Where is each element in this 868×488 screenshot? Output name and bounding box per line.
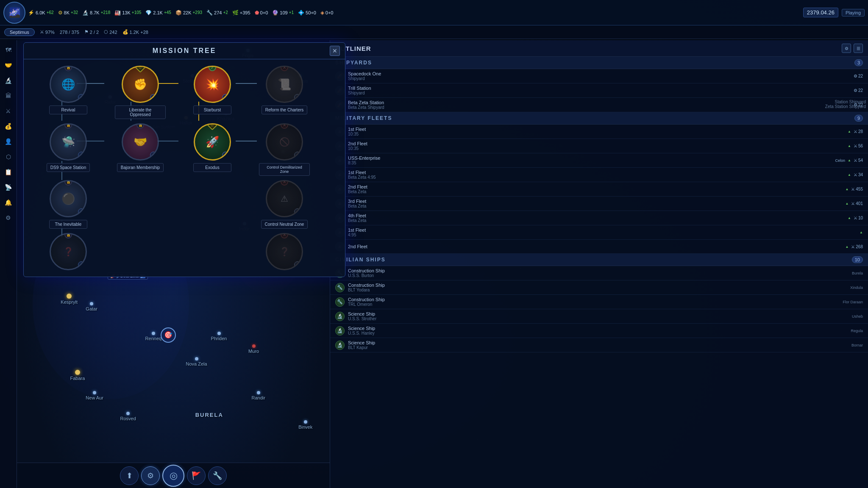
mission-revival[interactable]: 🔒 🌐 i Revival <box>32 66 104 119</box>
map-node-gatar[interactable]: Gatar <box>86 302 97 311</box>
fleet-sub-3rd-beta: Beta Zeta <box>348 204 842 208</box>
fleet-stat1-1st: ⚔28 <box>854 129 863 134</box>
civilian-sub-omeron: TRL Omeron <box>348 302 839 307</box>
civilian-item-construction-omeron[interactable]: 🔧 Construction Ship TRL Omeron Flor Dara… <box>330 295 868 309</box>
mission-exodus[interactable]: ◇ 🚀 i Exodus <box>176 123 248 176</box>
neutral-info-btn[interactable]: i <box>294 208 301 215</box>
modal-close-button[interactable]: ✕ <box>330 46 340 56</box>
outliner-panel: OUTLINER ⚙ ☰ SHIPYARDS 3 🚀 Spacedock One… <box>330 40 868 488</box>
resource-energy: ⚡ 6.0K +62 <box>28 10 54 16</box>
reform-x-badge: ✕ <box>281 66 288 71</box>
empire-logo[interactable]: 🌌 <box>3 2 25 24</box>
map-node-nova-zela[interactable]: Nova Zela <box>186 357 207 366</box>
revival-label: Revival <box>49 105 87 114</box>
inevitable-icon: ⚫ <box>61 192 75 205</box>
map-node-randir[interactable]: Randir <box>252 391 265 400</box>
civilian-item-construction-burton[interactable]: 🔧 Construction Ship U.S.S. Burton Burela <box>330 266 868 280</box>
bottom-btn-4[interactable]: 🔧 <box>208 466 227 485</box>
fleet-item-4th-beta[interactable]: ⚔ 4th Fleet Beta Zeta ▲ ⚔10 <box>330 211 868 225</box>
toolbar-economics-btn[interactable]: 💰 <box>2 120 15 133</box>
toolbar-notifications-btn[interactable]: 🔔 <box>2 196 15 209</box>
fleet-item-2nd-other[interactable]: ⚔ 2nd Fleet ▲ ⚔268 <box>330 240 868 254</box>
toolbar-diplomacy-btn[interactable]: 🤝 <box>2 59 15 72</box>
bottom-btn-1[interactable]: ⬆ <box>120 466 139 485</box>
toolbar-military-btn[interactable]: ⚔ <box>2 105 15 117</box>
bottom-btn-center[interactable]: ◎ <box>162 465 184 487</box>
mission-control-neutral[interactable]: ✕ ⚠ i Control Neutral Zone <box>248 180 320 229</box>
fleet-stats-4th-beta: ▲ ⚔10 <box>848 216 863 220</box>
toolbar-contacts-btn[interactable]: 📡 <box>2 181 15 194</box>
map-node-burela[interactable]: BURELA <box>195 412 223 418</box>
toolbar-settings-btn[interactable]: ⚙ <box>2 211 15 224</box>
bottom-btn-3[interactable]: 🚩 <box>187 466 206 485</box>
fleet-stat1-2nd-beta: ⚔455 <box>851 187 863 191</box>
map-node-rosved[interactable]: Rosved <box>120 412 136 421</box>
toolbar-situation-btn[interactable]: 📋 <box>2 166 15 178</box>
unknown2-info-btn[interactable]: i <box>294 261 301 268</box>
reform-info-btn[interactable]: i <box>294 94 301 101</box>
reform-icon: 📜 <box>278 78 291 91</box>
toolbar-empire-btn[interactable]: 🏛 <box>2 89 15 102</box>
mission-bajoran[interactable]: 🔒 🤝 i Bajoran Membership <box>104 123 176 176</box>
outliner-settings-btn[interactable]: ⚙ <box>842 44 851 53</box>
fleet-name-2nd: 2nd Fleet <box>348 141 844 146</box>
bajoran-info-btn[interactable]: i <box>150 152 157 158</box>
shipyard-stat1-trill: ⚙22 <box>854 88 863 93</box>
mission-starburst[interactable]: ✓ 💥 i Starburst <box>176 66 248 119</box>
civilian-item-construction-yodara[interactable]: 🔧 Construction Ship BLT Yodara Xindula <box>330 280 868 295</box>
fleet-item-1st-beta[interactable]: ⚔ 1st Fleet Beta Zeta 4:95 ▲ ⚔34 <box>330 168 868 182</box>
mission-reform[interactable]: ✕ 📜 i Reform the Charters <box>248 66 320 119</box>
ds9-info-btn[interactable]: i <box>78 152 85 158</box>
fleet-item-3rd-beta[interactable]: ⚔ 3rd Fleet Beta Zeta ▲ ⚔401 <box>330 197 868 211</box>
map-node-binvek[interactable]: Binvek <box>298 420 312 430</box>
shipyard-item-trill[interactable]: 🚀 Trill Station Shipyard ⚙22 <box>330 83 868 98</box>
shipyard-item-beta-zeta[interactable]: 🚀 Beta Zeta Station Beta Zeta Shipyard ⚙… <box>330 98 868 112</box>
map-node-kesprylt[interactable]: Kesprylt <box>61 294 78 305</box>
starburst-info-btn[interactable]: i <box>222 94 229 101</box>
starburst-check-badge: ✓ <box>209 66 216 71</box>
dmz-info-btn[interactable]: i <box>294 152 301 158</box>
liberate-info-btn[interactable]: i <box>150 94 157 101</box>
civilian-item-science-kapur[interactable]: 🔬 Science Ship BLT Kapur Bornar <box>330 338 868 352</box>
empire-name[interactable]: Septimus <box>4 28 35 36</box>
fleet-stats-2nd-other: ▲ ⚔268 <box>845 244 863 249</box>
mission-ds9[interactable]: 🔒 🛸 i DS9 Space Station <box>32 123 104 176</box>
military-section-header[interactable]: MILITARY FLEETS 9 <box>330 112 868 125</box>
map-node-new-aur[interactable]: New Aur <box>86 391 103 400</box>
toolbar-map-btn[interactable]: 🗺 <box>2 44 15 56</box>
map-node-renneq[interactable]: Renneq <box>145 332 162 341</box>
fleet-item-enterprise[interactable]: ⚔ USS-Enterprise 8:35 Celon ▲ ⚔54 <box>330 153 868 168</box>
revival-info-btn[interactable]: i <box>78 94 85 101</box>
map-label-binvek: Binvek <box>298 424 312 430</box>
civilian-item-science-hanley[interactable]: 🔬 Science Ship U.S.S. Hanley Regula <box>330 324 868 338</box>
civilian-section-header[interactable]: CIVILIAN SHIPS 10 <box>330 254 868 266</box>
toolbar-tech-btn[interactable]: 🔬 <box>2 74 15 87</box>
mission-unknown-1[interactable]: 🔒 ❓ i <box>32 233 104 270</box>
exodus-info-btn[interactable]: i <box>222 152 229 158</box>
fleet-item-2nd-beta[interactable]: ⚔ 2nd Fleet Beta Zeta ▲ ⚔455 <box>330 182 868 197</box>
map-node-phriden[interactable]: Phriden <box>211 332 227 341</box>
fleet-item-2nd-default[interactable]: ⚔ 2nd Fleet 10:35 ▲ ⚔56 <box>330 139 868 153</box>
toolbar-federation-btn[interactable]: ⬡ <box>2 150 15 163</box>
toolbar-species-btn[interactable]: 👤 <box>2 135 15 148</box>
map-label-rosved: Rosved <box>120 416 136 421</box>
outliner-menu-btn[interactable]: ☰ <box>854 44 863 53</box>
inevitable-info-btn[interactable]: i <box>78 208 85 215</box>
fleet-item-1st-default[interactable]: ⚔ 1st Fleet 10:35 ▲ ⚔28 <box>330 125 868 139</box>
mission-grid-container: 🔒 🌐 i Revival ◇ ✊ i Liberate the Oppress… <box>24 59 345 277</box>
mission-control-dmz[interactable]: ✕ 🚫 i Control Demilitarized Zone <box>248 123 320 176</box>
map-node-fabara[interactable]: Fabara <box>70 370 85 381</box>
mission-inevitable[interactable]: 🔒 ⚫ i The Inevitable <box>32 180 104 229</box>
map-node-muro[interactable]: Muro <box>248 344 259 354</box>
unknown1-info-btn[interactable]: i <box>78 261 85 268</box>
fleet-item-1st-other[interactable]: ⚔ 1st Fleet 4:95 ▲ <box>330 225 868 240</box>
resource-alloy: ⚙ 8K +32 <box>58 10 78 16</box>
mission-liberate[interactable]: ◇ ✊ i Liberate the Oppressed <box>104 66 176 119</box>
bottom-btn-2[interactable]: ⚙ <box>141 466 160 485</box>
civilian-item-science-strother[interactable]: 🔬 Science Ship U.S.S. Strother Usheb <box>330 309 868 324</box>
shipyards-section-header[interactable]: SHIPYARDS 3 <box>330 57 868 69</box>
mission-unknown-2[interactable]: ✕ ❓ i <box>248 233 320 270</box>
shipyard-item-spacedock[interactable]: 🚀 Spacedock One Shipyard ⚙22 <box>330 69 868 83</box>
map-label-nova-zela: Nova Zela <box>186 361 207 366</box>
unknown1-icon: ❓ <box>63 247 74 257</box>
